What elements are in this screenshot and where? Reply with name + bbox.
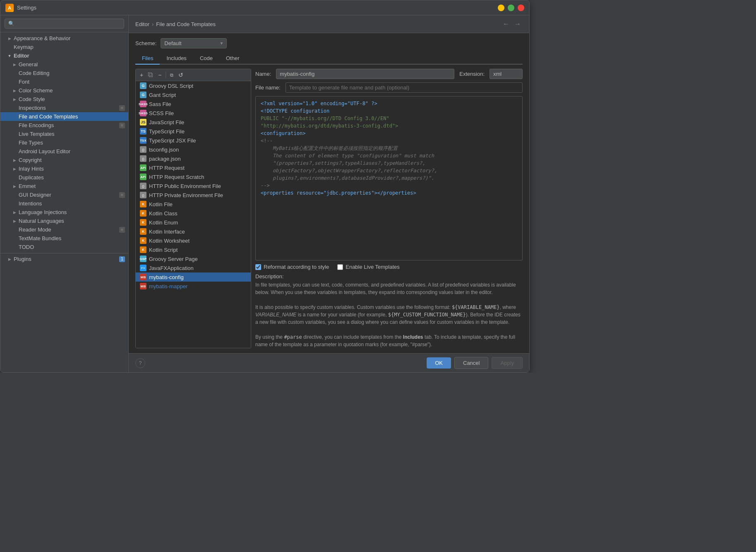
right-editor-panel: Name: Extension: File name: <?xml bbox=[255, 69, 523, 348]
list-item[interactable]: SASS Sass File bbox=[136, 99, 251, 108]
spacer-icon bbox=[12, 114, 17, 119]
sidebar-label: Intentions bbox=[19, 200, 42, 207]
sidebar-item-gui-designer[interactable]: GUI Designer ≡ bbox=[0, 190, 128, 199]
sidebar-item-font[interactable]: Font bbox=[0, 77, 128, 86]
sidebar-item-natural-languages[interactable]: ▶ Natural Languages bbox=[0, 217, 128, 225]
reformat-checkbox-label[interactable]: Reformat according to style bbox=[255, 264, 329, 270]
extension-input[interactable] bbox=[490, 69, 523, 79]
close-button[interactable] bbox=[518, 5, 524, 11]
live-templates-checkbox-label[interactable]: Enable Live Templates bbox=[337, 264, 400, 270]
ok-button[interactable]: OK bbox=[427, 357, 451, 369]
copy-template-button[interactable]: ⿻ bbox=[146, 71, 155, 79]
extension-label: Extension: bbox=[459, 71, 485, 77]
name-input[interactable] bbox=[276, 69, 454, 79]
list-item[interactable]: JS JavaScript File bbox=[136, 118, 251, 127]
search-input[interactable] bbox=[5, 19, 124, 29]
sidebar-item-copyright[interactable]: ▶ Copyright bbox=[0, 156, 128, 164]
sidebar-item-general[interactable]: ▶ General bbox=[0, 60, 128, 69]
forward-button[interactable]: → bbox=[513, 19, 523, 29]
tab-code[interactable]: Code bbox=[193, 53, 219, 65]
list-item[interactable]: {} package.json bbox=[136, 154, 251, 163]
sidebar-item-color-scheme[interactable]: ▶ Color Scheme bbox=[0, 86, 128, 95]
list-item[interactable]: K Kotlin Enum bbox=[136, 218, 251, 227]
sidebar-item-inlay-hints[interactable]: ▶ Inlay Hints bbox=[0, 164, 128, 173]
sidebar-label: Keymap bbox=[14, 44, 34, 50]
spacer-icon bbox=[12, 123, 17, 128]
spacer-icon bbox=[12, 106, 17, 111]
filename-input[interactable] bbox=[286, 82, 523, 93]
help-button[interactable]: ? bbox=[135, 358, 145, 368]
sidebar-item-language-injections[interactable]: ▶ Language Injections bbox=[0, 208, 128, 217]
tab-includes[interactable]: Includes bbox=[160, 53, 193, 65]
sidebar-item-file-code-templates[interactable]: File and Code Templates bbox=[0, 112, 128, 121]
file-item-label: mybatis-config bbox=[149, 274, 184, 280]
back-button[interactable]: ← bbox=[501, 19, 511, 29]
sidebar-item-appearance[interactable]: ▶ Appearance & Behavior bbox=[0, 34, 128, 43]
window-controls bbox=[498, 5, 524, 11]
tab-other[interactable]: Other bbox=[219, 53, 246, 65]
scheme-select-wrapper: Default Project ▼ bbox=[161, 38, 227, 48]
sidebar-item-keymap[interactable]: Keymap bbox=[0, 43, 128, 51]
list-item-mybatis-mapper[interactable]: MB mybatis-mapper bbox=[136, 282, 251, 291]
sidebar-item-todo[interactable]: TODO bbox=[0, 243, 128, 251]
code-editor[interactable]: <?xml version="1.0" encoding="UTF-8" ?> … bbox=[255, 96, 523, 260]
mybatis-icon: MB bbox=[140, 274, 146, 280]
sidebar-item-editor[interactable]: ▼ Editor bbox=[0, 51, 128, 60]
list-item[interactable]: TSX TypeScript JSX File bbox=[136, 136, 251, 145]
expand-arrow-icon: ▶ bbox=[7, 257, 12, 262]
list-item[interactable]: FX JavaFXApplication bbox=[136, 263, 251, 272]
sidebar-item-textmate[interactable]: TextMate Bundles bbox=[0, 234, 128, 243]
sidebar-item-android-layout[interactable]: Android Layout Editor bbox=[0, 147, 128, 156]
minimize-button[interactable] bbox=[498, 5, 504, 11]
live-templates-checkbox[interactable] bbox=[337, 264, 343, 270]
sidebar-item-live-templates[interactable]: Live Templates bbox=[0, 130, 128, 138]
list-item[interactable]: {} tsconfig.json bbox=[136, 145, 251, 154]
list-item[interactable]: API HTTP Request bbox=[136, 163, 251, 172]
sidebar-item-code-editing[interactable]: Code Editing bbox=[0, 69, 128, 77]
reset-template-button[interactable]: ↺ bbox=[177, 71, 185, 79]
search-box bbox=[0, 15, 128, 32]
code-line: MyBatis核心配置文件中的标签必须按照指定的顺序配置 bbox=[261, 145, 517, 152]
list-item[interactable]: G Groovy DSL Script bbox=[136, 81, 251, 90]
code-line: "http://mybatis.org/dtd/mybatis-3-config… bbox=[261, 122, 517, 130]
sidebar-item-file-types[interactable]: File Types bbox=[0, 138, 128, 147]
list-item[interactable]: {} HTTP Public Environment File bbox=[136, 181, 251, 190]
list-item-mybatis-config[interactable]: MB mybatis-config bbox=[136, 272, 251, 282]
sidebar-item-duplicates[interactable]: Duplicates bbox=[0, 173, 128, 182]
list-item[interactable]: SASS SCSS File bbox=[136, 108, 251, 118]
cancel-button[interactable]: Cancel bbox=[454, 357, 488, 369]
spacer-icon bbox=[12, 71, 17, 76]
list-item[interactable]: K Kotlin File bbox=[136, 200, 251, 209]
list-item[interactable]: GSP Groovy Server Page bbox=[136, 254, 251, 263]
sidebar-label: Copyright bbox=[19, 157, 42, 163]
tsx-icon: TSX bbox=[140, 137, 146, 144]
reformat-label: Reformat according to style bbox=[264, 264, 329, 270]
list-item[interactable]: K Kotlin Worksheet bbox=[136, 236, 251, 245]
sidebar-item-code-style[interactable]: ▶ Code Style bbox=[0, 95, 128, 104]
list-item[interactable]: TS TypeScript File bbox=[136, 127, 251, 136]
list-item[interactable]: G Gant Script bbox=[136, 90, 251, 99]
list-item[interactable]: K Kotlin Class bbox=[136, 209, 251, 218]
sidebar-item-reader-mode[interactable]: Reader Mode ≡ bbox=[0, 225, 128, 234]
sidebar-item-file-encodings[interactable]: File Encodings ≡ bbox=[0, 121, 128, 130]
add-template-button[interactable]: + bbox=[138, 71, 145, 79]
sidebar-item-inspections[interactable]: Inspections ≡ bbox=[0, 104, 128, 112]
tab-files[interactable]: Files bbox=[135, 53, 160, 65]
list-item[interactable]: K Kotlin Script bbox=[136, 245, 251, 254]
maximize-button[interactable] bbox=[508, 5, 514, 11]
reformat-checkbox[interactable] bbox=[255, 264, 261, 270]
kotlin-icon: K bbox=[140, 219, 146, 226]
plugins-badge: 1 bbox=[119, 256, 125, 262]
sidebar-item-emmet[interactable]: ▶ Emmet bbox=[0, 182, 128, 190]
sidebar: ▶ Appearance & Behavior Keymap ▼ Editor … bbox=[0, 15, 129, 372]
scheme-select[interactable]: Default Project bbox=[161, 38, 227, 48]
list-item[interactable]: K Kotlin Interface bbox=[136, 227, 251, 236]
duplicate-template-button[interactable]: ⧉ bbox=[168, 72, 175, 79]
list-item[interactable]: API HTTP Request Scratch bbox=[136, 172, 251, 181]
code-line: <!-- bbox=[261, 137, 517, 145]
sidebar-item-plugins[interactable]: ▶ Plugins 1 bbox=[0, 253, 128, 263]
apply-button[interactable]: Apply bbox=[492, 357, 523, 369]
remove-template-button[interactable]: − bbox=[156, 71, 163, 79]
sidebar-item-intentions[interactable]: Intentions bbox=[0, 199, 128, 208]
list-item[interactable]: {} HTTP Private Environment File bbox=[136, 190, 251, 200]
